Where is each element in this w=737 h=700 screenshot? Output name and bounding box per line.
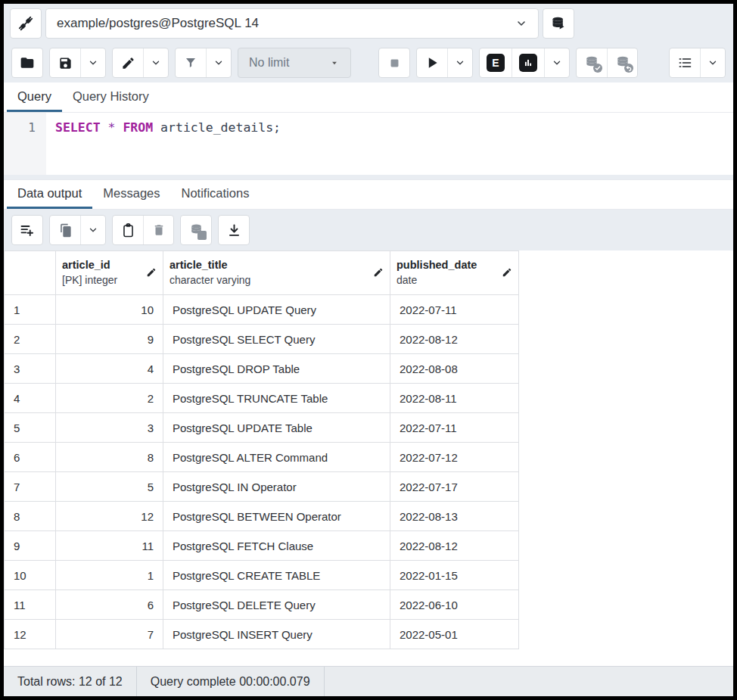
column-edit-icon[interactable] bbox=[146, 267, 157, 278]
sql-code-line[interactable]: SELECT * FROM article_details; bbox=[46, 113, 281, 175]
published-date-cell[interactable]: 2022-06-10 bbox=[390, 590, 519, 620]
save-file-button[interactable] bbox=[50, 48, 80, 77]
row-number-cell[interactable]: 9 bbox=[5, 531, 56, 561]
chevron-down-icon bbox=[213, 58, 224, 68]
article-title-cell[interactable]: PostgreSQL FETCH Clause bbox=[163, 531, 390, 561]
open-file-button[interactable] bbox=[12, 48, 42, 77]
explain-button[interactable]: E bbox=[480, 48, 512, 77]
column-edit-icon[interactable] bbox=[373, 267, 384, 278]
article-id-cell[interactable]: 4 bbox=[56, 354, 163, 384]
commit-button[interactable] bbox=[577, 48, 607, 77]
row-number-cell[interactable]: 1 bbox=[5, 295, 56, 325]
published-date-cell[interactable]: 2022-07-11 bbox=[390, 295, 519, 325]
row-number-cell[interactable]: 11 bbox=[5, 590, 56, 620]
tab-notifications[interactable]: Notifications bbox=[171, 180, 260, 209]
filter-dropdown[interactable] bbox=[206, 48, 231, 77]
delete-row-button[interactable] bbox=[143, 216, 173, 244]
macros-button[interactable] bbox=[670, 48, 700, 77]
row-limit-value: No limit bbox=[249, 56, 289, 70]
article-id-cell[interactable]: 7 bbox=[56, 620, 163, 649]
column-edit-icon[interactable] bbox=[502, 267, 512, 278]
article-title-cell[interactable]: PostgreSQL BETWEEN Operator bbox=[163, 502, 390, 531]
edit-button[interactable] bbox=[113, 48, 143, 77]
article-id-cell[interactable]: 10 bbox=[56, 295, 163, 325]
published-date-cell[interactable]: 2022-05-01 bbox=[390, 620, 519, 649]
copy-dropdown[interactable] bbox=[80, 216, 105, 244]
explain-analyze-button[interactable] bbox=[512, 48, 544, 77]
article-title-cell[interactable]: PostgreSQL UPDATE Query bbox=[163, 295, 390, 325]
article-id-cell[interactable]: 11 bbox=[56, 531, 163, 561]
article-title-cell[interactable]: PostgreSQL INSERT Query bbox=[163, 620, 390, 649]
published-date-cell[interactable]: 2022-01-15 bbox=[390, 561, 519, 590]
published-date-cell[interactable]: 2022-07-11 bbox=[390, 413, 519, 443]
published-date-cell[interactable]: 2022-08-13 bbox=[390, 502, 519, 531]
macros-icon bbox=[677, 55, 692, 70]
new-connection-icon bbox=[551, 16, 566, 31]
published-date-cell[interactable]: 2022-08-12 bbox=[390, 531, 519, 561]
article-id-cell[interactable]: 6 bbox=[56, 590, 163, 620]
row-number-cell[interactable]: 10 bbox=[5, 561, 56, 590]
article-id-cell[interactable]: 2 bbox=[56, 384, 163, 413]
row-number-cell[interactable]: 12 bbox=[5, 620, 56, 649]
article-title-cell[interactable]: PostgreSQL SELECT Query bbox=[163, 325, 390, 354]
new-connection-button[interactable] bbox=[543, 8, 574, 39]
article-title-cell[interactable]: PostgreSQL UPDATE Table bbox=[163, 413, 390, 443]
download-button[interactable] bbox=[219, 216, 249, 244]
execute-dropdown[interactable] bbox=[447, 48, 472, 77]
grid-corner-cell[interactable] bbox=[5, 251, 56, 295]
row-limit-select[interactable]: No limit bbox=[238, 48, 351, 78]
published-date-cell[interactable]: 2022-08-08 bbox=[390, 354, 519, 384]
row-number-cell[interactable]: 2 bbox=[5, 325, 56, 354]
stop-button[interactable] bbox=[379, 48, 409, 77]
article-id-cell[interactable]: 1 bbox=[56, 561, 163, 590]
macros-dropdown[interactable] bbox=[700, 48, 725, 77]
paste-button[interactable] bbox=[113, 216, 143, 244]
column-name: article_id bbox=[62, 258, 117, 273]
tab-messages[interactable]: Messages bbox=[92, 180, 170, 209]
execute-button[interactable] bbox=[417, 48, 447, 77]
row-number-cell[interactable]: 8 bbox=[5, 502, 56, 531]
tab-query-history[interactable]: Query History bbox=[62, 82, 160, 112]
article-id-cell[interactable]: 9 bbox=[56, 325, 163, 354]
sql-editor[interactable]: 1 SELECT * FROM article_details; bbox=[4, 113, 733, 175]
tab-data-output[interactable]: Data output bbox=[7, 180, 92, 209]
pgadmin-query-tool-window: example/postgres@PostgreSQL 14 bbox=[0, 0, 737, 700]
article-title-cell[interactable]: PostgreSQL TRUNCATE Table bbox=[163, 384, 390, 413]
filter-button[interactable] bbox=[176, 48, 206, 77]
save-data-button[interactable] bbox=[181, 216, 211, 244]
save-data-icon bbox=[189, 223, 204, 238]
connection-bar: example/postgres@PostgreSQL 14 bbox=[4, 4, 733, 43]
column-header-article-title[interactable]: article_title character varying bbox=[163, 251, 390, 295]
published-date-cell[interactable]: 2022-08-12 bbox=[390, 325, 519, 354]
published-date-cell[interactable]: 2022-08-11 bbox=[390, 384, 519, 413]
connection-status-button[interactable] bbox=[10, 8, 42, 39]
save-file-dropdown[interactable] bbox=[80, 48, 105, 77]
row-number-cell[interactable]: 6 bbox=[5, 443, 56, 472]
edit-dropdown[interactable] bbox=[143, 48, 168, 77]
connection-selector[interactable]: example/postgres@PostgreSQL 14 bbox=[45, 8, 539, 39]
row-number-cell[interactable]: 5 bbox=[5, 413, 56, 443]
article-id-cell[interactable]: 5 bbox=[56, 472, 163, 502]
article-title-cell[interactable]: PostgreSQL DELETE Query bbox=[163, 590, 390, 620]
article-id-cell[interactable]: 8 bbox=[56, 443, 163, 472]
article-id-cell[interactable]: 3 bbox=[56, 413, 163, 443]
article-id-cell[interactable]: 12 bbox=[56, 502, 163, 531]
tab-query[interactable]: Query bbox=[7, 82, 62, 112]
published-date-cell[interactable]: 2022-07-12 bbox=[390, 443, 519, 472]
column-type: [PK] integer bbox=[62, 273, 117, 288]
article-title-cell[interactable]: PostgreSQL DROP Table bbox=[163, 354, 390, 384]
rollback-button[interactable] bbox=[607, 48, 637, 77]
article-title-cell[interactable]: PostgreSQL IN Operator bbox=[163, 472, 390, 502]
row-number-cell[interactable]: 7 bbox=[5, 472, 56, 502]
column-header-article-id[interactable]: article_id [PK] integer bbox=[56, 251, 163, 295]
article-title-cell[interactable]: PostgreSQL ALTER Command bbox=[163, 443, 390, 472]
published-date-cell[interactable]: 2022-07-17 bbox=[390, 472, 519, 502]
copy-button[interactable] bbox=[50, 216, 80, 244]
row-number-cell[interactable]: 4 bbox=[5, 384, 56, 413]
article-title-cell[interactable]: PostgreSQL CREATE TABLE bbox=[163, 561, 390, 590]
add-row-button[interactable] bbox=[12, 216, 42, 244]
row-number-cell[interactable]: 3 bbox=[5, 354, 56, 384]
column-header-published-date[interactable]: published_date date bbox=[390, 251, 519, 295]
stop-icon bbox=[388, 57, 401, 70]
explain-dropdown[interactable] bbox=[544, 48, 569, 77]
